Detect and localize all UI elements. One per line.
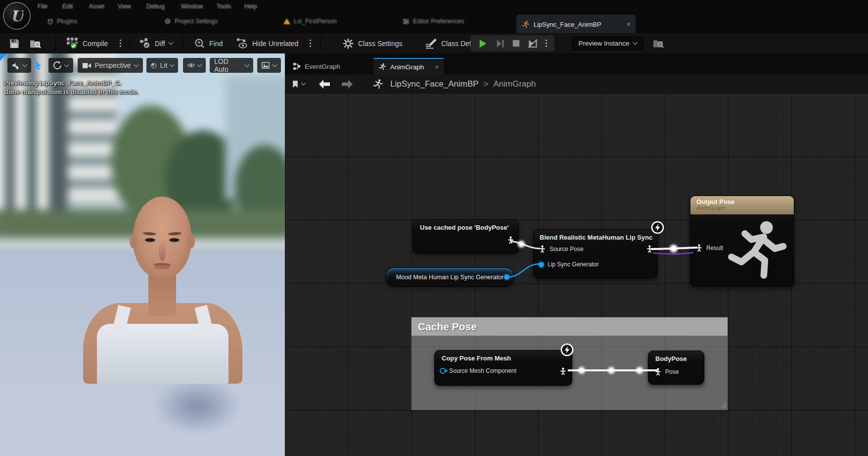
pose-watch-badge[interactable] [651,221,664,234]
tab-close-icon[interactable]: × [435,63,439,71]
diff-button[interactable]: Diff [139,33,173,53]
breadcrumb-bar: LipSync_Face_AnimBP > AnimGraph [285,75,868,94]
menu-tools[interactable]: Tools [217,3,231,10]
perspective-dropdown[interactable]: Perspective [78,58,143,73]
chevron-down-icon [633,40,638,45]
object-pin[interactable] [539,262,544,267]
node-blend-metahuman-lipsync[interactable]: Blend Realistic MetaHuman Lip Sync Sourc… [533,229,658,278]
tab-lipsync-face-animbp[interactable]: LipSync_Face_AnimBP × [516,15,636,33]
tab-lvl-firstperson[interactable]: Lvl_FirstPerson [283,18,337,25]
screenshot-dropdown[interactable] [257,58,281,73]
arrow-left-icon [318,79,331,89]
stop-icon[interactable] [512,39,520,48]
pose-output-pin[interactable] [507,236,514,244]
tab-eventgraph[interactable]: EventGraph [288,58,345,75]
tab-plugins[interactable]: Plugins [47,18,77,25]
lit-sphere-icon [151,62,157,69]
transform-tool-dropdown[interactable] [48,58,73,73]
menu-view[interactable]: View [118,3,131,10]
tab-close-icon[interactable]: × [627,20,631,28]
breadcrumb-current[interactable]: AnimGraph [494,79,536,89]
pose-input-pin[interactable] [654,368,662,376]
comment-title-bar[interactable]: Cache Pose [411,317,728,336]
browse-preview-button[interactable] [653,33,665,53]
forward-button[interactable] [341,79,354,89]
pin-row-pose[interactable]: Pose [654,368,679,376]
bookmark-dropdown[interactable] [292,80,305,88]
app-tab-row: Plugins Project Settings Lvl_FirstPerson… [0,13,868,33]
pose-output-pin[interactable] [646,245,653,253]
viewport-tool-dropdown[interactable] [7,58,31,73]
preview-instance-dropdown[interactable]: Preview Instance [570,35,645,51]
pencil-lines-icon [425,38,437,49]
toolbar-separator [130,36,130,51]
menu-help[interactable]: Help [244,3,257,10]
preview-viewport[interactable]: Perspective Lit LOD Auto Previewing LipS… [0,53,285,456]
play-icon[interactable] [478,39,488,49]
tab-eventgraph-label: EventGraph [305,63,340,70]
main-toolbar: Compile Diff Find Hide Unrelated Class S… [0,33,868,54]
hide-unrelated-options-button[interactable] [310,33,311,53]
object-input-pin[interactable] [440,368,446,374]
menu-file[interactable]: File [38,3,47,10]
advance-frame-icon[interactable] [528,39,538,49]
node-bodypose[interactable]: BodyPose Pose [648,351,704,385]
tab-editor-preferences[interactable]: Editor Preferences [403,18,464,25]
pose-output-pin[interactable] [559,367,567,375]
compile-options-button[interactable] [120,33,121,53]
node-mood-lipsync-generator[interactable]: Mood Meta Human Lip Sync Generator [386,267,514,287]
node-output-pose[interactable]: Output Pose AnimGraph Result [690,196,794,287]
step-forward-icon[interactable] [495,39,505,49]
preview-overlay-line1: Previewing LipSync_Face_AnimBP_C. [4,79,122,87]
graph-tab-strip: EventGraph AnimGraph × [285,53,868,75]
preview-instance-label: Preview Instance [579,40,630,47]
node-copy-pose-from-mesh[interactable]: Copy Pose From Mesh Source Mesh Componen… [434,350,572,386]
menu-asset[interactable]: Asset [89,3,104,10]
pose-input-pin[interactable] [539,245,546,253]
node-subtitle: AnimGraph [696,205,788,211]
pose-watch-badge[interactable] [560,343,574,356]
unreal-logo-icon[interactable]: U [3,2,31,30]
kebab-icon[interactable] [546,40,547,47]
back-button[interactable] [318,79,331,89]
chevron-down-icon [301,81,306,86]
pose-input-pin[interactable] [695,244,703,252]
chevron-down-icon [197,62,202,66]
node-use-cached-pose[interactable]: Use cached pose 'BodyPose' [412,219,519,253]
tab-plugins-label: Plugins [57,18,77,25]
animgraph-canvas[interactable]: Cache Pose Use cached pose 'BodyPose' [285,93,868,456]
pin-label: Result [706,245,723,252]
comment-title: Cache Pose [418,321,477,333]
menu-edit[interactable]: Edit [62,3,73,10]
animgraph-runner-icon [378,63,386,71]
sliders-icon [403,18,410,25]
browse-to-asset-button[interactable] [30,33,42,53]
tab-project-settings[interactable]: Project Settings [164,18,218,25]
speaker-cursor-icon [12,61,20,69]
menu-debug[interactable]: Debug [146,3,165,10]
menu-window[interactable]: Window [181,3,203,10]
mannequin-runner-graphic [723,217,790,284]
tab-animgraph-label: AnimGraph [390,63,424,71]
pin-row-lipsync-generator[interactable]: Lip Sync Generator [539,261,598,268]
object-output-pin[interactable] [504,274,509,280]
tab-lvl-firstperson-label: Lvl_FirstPerson [294,18,337,25]
pin-row-source-mesh[interactable]: Source Mesh Component [440,367,516,374]
select-tool-button[interactable] [34,59,44,70]
compile-label: Compile [83,40,108,48]
pin-row-source-pose[interactable]: Source Pose [539,245,584,253]
save-button[interactable] [9,33,20,53]
tab-animgraph[interactable]: AnimGraph × [373,58,444,75]
lit-mode-dropdown[interactable]: Lit [146,58,178,73]
class-settings-button[interactable]: Class Settings [342,33,402,53]
breadcrumb-root[interactable]: LipSync_Face_AnimBP [390,79,479,89]
show-flags-dropdown[interactable] [183,58,206,73]
find-button[interactable]: Find [194,33,223,53]
compile-button[interactable]: Compile [66,33,108,53]
chevron-down-icon [23,62,28,67]
pin-row-result[interactable]: Result [695,244,723,252]
comment-resize-handle[interactable] [720,402,727,408]
kebab-icon [120,40,121,47]
hide-unrelated-button[interactable]: Hide Unrelated [236,33,298,53]
lod-dropdown[interactable]: LOD Auto [210,58,253,73]
